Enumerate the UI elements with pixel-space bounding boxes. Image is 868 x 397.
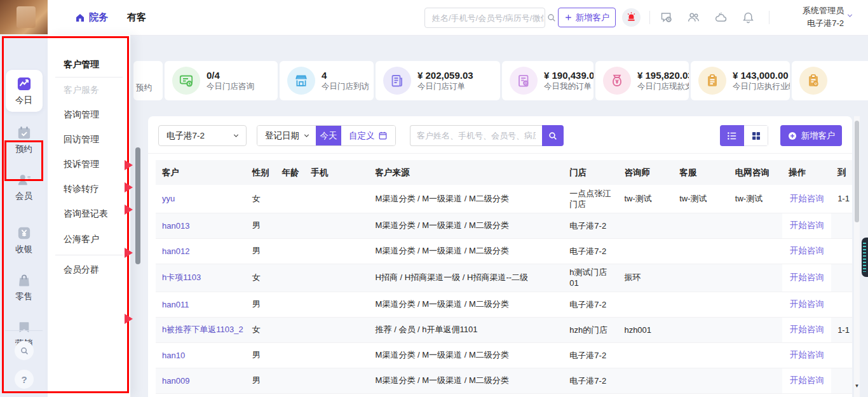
customer-search-button[interactable] bbox=[542, 125, 564, 146]
phone-cell bbox=[304, 238, 369, 264]
phone-cell bbox=[304, 185, 369, 213]
table-row[interactable]: han013男M渠道分类 / M一级渠道 / M二级分类电子港7-2开始咨询 bbox=[156, 213, 852, 238]
global-search-input[interactable] bbox=[425, 10, 546, 26]
my-order-icon bbox=[516, 73, 531, 88]
gender-cell: 女 bbox=[246, 317, 276, 342]
table-row[interactable]: h被推荐下单返1103_2女推荐 / 会员 / h开单返佣1101hzh的门店h… bbox=[156, 317, 852, 342]
table-row[interactable]: han011男M渠道分类 / M一级渠道 / M二级分类电子港7-2开始咨询 bbox=[156, 292, 852, 317]
store-cell: 一点点张江门店 bbox=[563, 185, 618, 213]
flyout-item-consult-management[interactable]: 咨询管理 bbox=[64, 109, 99, 121]
start-consult-link[interactable]: 开始咨询 bbox=[790, 194, 824, 203]
cloud-icon[interactable] bbox=[714, 11, 728, 24]
date-type-select[interactable]: 登记日期 bbox=[257, 126, 316, 145]
flyout-item-public-sea-customers[interactable]: 公海客户 bbox=[64, 234, 99, 245]
sidebar-item-appointment[interactable]: 预约 bbox=[0, 126, 48, 155]
column-header: 客户 bbox=[156, 160, 246, 185]
stat-value: ¥ 143,000.00 bbox=[733, 69, 790, 81]
flyout-item-complaint-management[interactable]: 投诉管理 bbox=[64, 159, 99, 170]
column-header: 电网咨询 bbox=[729, 160, 782, 185]
list-view-button[interactable] bbox=[720, 125, 744, 146]
sidebar-item-cashier[interactable]: 收银 bbox=[0, 226, 48, 255]
customer-name-link[interactable]: h卡项1103 bbox=[162, 273, 201, 282]
scrollbar-thumb[interactable] bbox=[855, 121, 859, 222]
stat-card-store-visits: 4今日门店到访 bbox=[280, 61, 374, 100]
customer-search-input[interactable] bbox=[410, 125, 542, 146]
visit-cell bbox=[831, 238, 852, 264]
phone-cell bbox=[304, 342, 369, 368]
customer-name-link[interactable]: yyu bbox=[162, 194, 175, 203]
gender-cell: 男 bbox=[246, 292, 276, 317]
customer-name-link[interactable]: h被推荐下单返1103_2 bbox=[162, 325, 243, 334]
sidebar-help-button[interactable]: ? bbox=[15, 370, 34, 389]
service-cell bbox=[673, 292, 729, 317]
gender-cell: 男 bbox=[246, 368, 276, 393]
header-add-customer-button[interactable]: 新增客户 bbox=[558, 8, 616, 27]
circle-plus-icon bbox=[787, 131, 797, 141]
table-row[interactable]: han10男M渠道分类 / M一级渠道 / M二级分类电子港7-2开始咨询 bbox=[156, 342, 852, 368]
action-cell: 开始咨询 bbox=[782, 213, 831, 238]
flyout-item-member-segments[interactable]: 会员分群 bbox=[64, 264, 99, 276]
customer-name-link[interactable]: han009 bbox=[162, 376, 189, 386]
add-customer-button[interactable]: 新增客户 bbox=[780, 125, 842, 146]
visit-cell bbox=[831, 368, 852, 393]
alarm-button[interactable] bbox=[622, 8, 641, 27]
customer-name-link[interactable]: han10 bbox=[162, 351, 185, 360]
flyout-item-referral[interactable]: 转诊转疗 bbox=[64, 184, 99, 195]
table-row[interactable]: han012男M渠道分类 / M一级渠道 / M二级分类电子港7-2开始咨询 bbox=[156, 238, 852, 264]
nav-item-youke[interactable]: 有客 bbox=[127, 0, 146, 35]
nav-item-yuanwu[interactable]: 院务 bbox=[75, 0, 108, 35]
sidebar-item-label: 预约 bbox=[0, 144, 48, 155]
start-consult-link[interactable]: 开始咨询 bbox=[790, 299, 824, 309]
stat-card-store-cash-pay: ¥ 195,820.03今日门店现款支付 bbox=[595, 61, 689, 100]
table-row[interactable]: han009男M渠道分类 / M一级渠道 / M二级分类电子港7-2开始咨询 bbox=[156, 368, 852, 393]
customer-name-link[interactable]: han013 bbox=[162, 221, 189, 231]
flyout-item-followup-management[interactable]: 回访管理 bbox=[64, 134, 99, 145]
start-consult-link[interactable]: 开始咨询 bbox=[790, 325, 824, 334]
action-cell: 开始咨询 bbox=[782, 185, 831, 213]
customer-name-link: han009 bbox=[156, 368, 246, 393]
store-filter-select[interactable]: 电子港7-2 bbox=[158, 125, 247, 146]
date-today-button[interactable]: 今天 bbox=[316, 126, 341, 145]
customer-search bbox=[410, 125, 564, 146]
start-consult-link[interactable]: 开始咨询 bbox=[790, 220, 824, 230]
customer-name-link[interactable]: han012 bbox=[162, 246, 189, 256]
online-consult-cell bbox=[729, 342, 782, 368]
plus-icon bbox=[564, 13, 573, 22]
marketing-icon bbox=[17, 320, 31, 334]
start-consult-link[interactable]: 开始咨询 bbox=[790, 375, 824, 385]
consultant-cell: hzh001 bbox=[618, 317, 673, 342]
sidebar-item-today[interactable]: 今日 bbox=[0, 77, 48, 106]
app-logo[interactable] bbox=[0, 0, 48, 34]
sidebar-item-retail[interactable]: 零售 bbox=[0, 273, 48, 302]
start-consult-link[interactable]: 开始咨询 bbox=[790, 350, 824, 360]
start-consult-link[interactable]: 开始咨询 bbox=[790, 273, 824, 282]
table-row[interactable]: yyu女M渠道分类 / M一级渠道 / M二级分类一点点张江门店tw-测试tw-… bbox=[156, 185, 852, 213]
floating-side-handle[interactable] bbox=[862, 238, 868, 277]
sidebar-item-member[interactable]: 会员 bbox=[0, 173, 48, 202]
table-row-partial bbox=[156, 393, 852, 397]
service-cell bbox=[673, 264, 729, 292]
user-menu[interactable]: 系统管理员 电子港7-2 bbox=[803, 4, 854, 30]
phone-cell bbox=[304, 292, 369, 317]
service-cell bbox=[673, 368, 729, 393]
table-row[interactable]: h卡项1103女H招商 / H招商渠道一级 / H招商渠道--二级h测试门店01… bbox=[156, 264, 852, 292]
flyout-item-consult-register[interactable]: 咨询登记表 bbox=[64, 208, 108, 220]
appointment-icon bbox=[17, 126, 31, 140]
column-header: 性别 bbox=[246, 160, 276, 185]
flyout-scrollbar[interactable] bbox=[135, 147, 140, 264]
bell-icon[interactable] bbox=[742, 11, 755, 24]
grid-view-button[interactable] bbox=[744, 125, 768, 146]
customer-name-link[interactable]: han011 bbox=[162, 300, 189, 309]
header-divider bbox=[649, 11, 650, 24]
flyout-item-customer-management[interactable]: 客户管理 bbox=[64, 59, 99, 71]
sidebar-search-button[interactable] bbox=[15, 341, 34, 360]
scrollbar-down-arrow[interactable]: ▼ bbox=[854, 382, 860, 391]
team-icon[interactable] bbox=[687, 11, 700, 24]
vertical-scrollbar[interactable]: ▼ bbox=[854, 116, 860, 397]
start-consult-link[interactable]: 开始咨询 bbox=[790, 246, 824, 255]
date-custom-button[interactable]: 自定义 bbox=[341, 126, 395, 145]
store-cell: 电子港7-2 bbox=[563, 238, 618, 264]
chat-icon[interactable] bbox=[660, 11, 673, 24]
top-header: 院务 有客 新增客户 系统管理员 电子港7-2 bbox=[0, 0, 868, 36]
search-icon[interactable] bbox=[546, 13, 557, 23]
